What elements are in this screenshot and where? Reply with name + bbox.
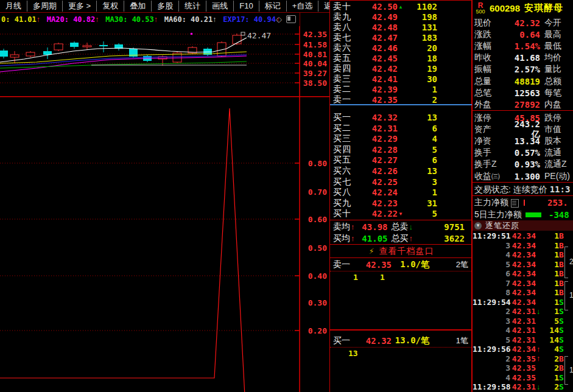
bid-label: 买五 xyxy=(333,155,356,166)
sell1-row[interactable]: 卖一42.351.0/笔2笔 xyxy=(330,259,471,270)
ma-arrow-icon: ↑ xyxy=(37,15,40,24)
menu-item-标记[interactable]: 标记 xyxy=(259,1,286,11)
ask-row-卖四[interactable]: 卖四42.4219 xyxy=(330,63,471,74)
quote-row-涨幅: 涨幅1.54%最低 xyxy=(473,40,573,52)
quote-right-label: 内盘 xyxy=(544,99,561,110)
bid-row-买五[interactable]: 买五42.276 xyxy=(330,155,471,166)
bid-volume: 1 xyxy=(404,187,437,197)
chart-header-icons: ◇ xyxy=(276,15,296,24)
bid-row-买四[interactable]: 买四42.285 xyxy=(330,144,471,155)
bid-row-买六[interactable]: 买六42.2613 xyxy=(330,166,471,177)
ask-row-卖三[interactable]: 卖三42.4130 xyxy=(330,74,471,85)
stock-name: 安琪酵母 xyxy=(524,2,563,14)
header-axis-line xyxy=(300,12,300,26)
tick-row: 342.315S xyxy=(473,317,573,326)
tick-arrow-icon: ↓ xyxy=(536,307,543,316)
ask-label: 卖九 xyxy=(333,12,356,23)
menu-item-1[interactable]: 月线 xyxy=(0,1,27,11)
quote-value: 0.93% xyxy=(508,159,540,169)
tick-time: 11:29:56 xyxy=(473,345,510,354)
five-day-flow-label: 5日主力净额 xyxy=(474,209,522,220)
diamond-icon[interactable]: ◇ xyxy=(276,15,282,24)
tick-price: 42.34 xyxy=(510,260,536,269)
trading-status-label: 交易状态: xyxy=(474,184,511,194)
ma-label-2: MA20: 40.82↑ xyxy=(47,15,99,24)
menu-item-统计[interactable]: 统计 xyxy=(179,1,206,11)
five-day-flow-value: -348 xyxy=(549,210,569,220)
view-thousand-level-link[interactable]: ⚡ 查看千档盘口 xyxy=(330,245,473,257)
sell1-dotted-divider xyxy=(330,271,473,271)
main-net-flow-row: 主力净额 253. xyxy=(474,197,573,208)
ask-row-卖五[interactable]: 卖五42.4518 xyxy=(330,53,471,64)
tick-list[interactable]: 11:29:5142.341B342.341B442.341B542.341B6… xyxy=(473,231,573,392)
tick-volume: 14 xyxy=(543,335,559,345)
trading-status-value: 连续竞价 xyxy=(513,184,547,194)
quote-row-振幅: 振幅2.57%量比 xyxy=(473,64,573,75)
tick-side: S xyxy=(559,317,565,326)
quote-right-label: 最低 xyxy=(544,41,561,52)
ask-row-卖二[interactable]: 卖二42.391 xyxy=(330,84,471,95)
ask-label: 卖八 xyxy=(333,22,356,33)
menu-item-3[interactable]: 更多 > xyxy=(63,1,96,11)
quote-row-换手Z: 换手Z0.93%流通Z xyxy=(473,159,573,170)
buy1-row[interactable]: 买一42.3213.0/笔1笔 xyxy=(330,335,471,346)
tick-time: 11:29:58 xyxy=(473,382,510,391)
ask-label: 卖二 xyxy=(333,84,356,95)
kline-chart[interactable]: 42.3541.5840.8140.0439.2738.5042.47 xyxy=(0,26,329,96)
ask-volume: 19 xyxy=(404,64,437,74)
bid-label: 买七 xyxy=(333,177,356,187)
ask-row-卖八[interactable]: 卖八42.48131 xyxy=(330,22,471,33)
menu-item-画线[interactable]: 画线 xyxy=(206,1,233,11)
menu-item-2[interactable]: 多周期 xyxy=(27,1,62,11)
ask-volume: 18 xyxy=(404,54,437,63)
tick-arrow-icon: ↑ xyxy=(536,354,543,363)
bid-row-买一[interactable]: 买一42.3213 xyxy=(330,112,471,123)
ask-price: 42.35 xyxy=(356,95,398,105)
tick-volume: 1 xyxy=(543,288,559,297)
bid-price: 42.23 xyxy=(356,198,398,208)
tick-row: 242.31↓1S xyxy=(473,307,573,316)
bid-row-买九[interactable]: 买九42.2331 xyxy=(330,198,471,209)
ask-price: 42.48 xyxy=(356,23,398,32)
bid-row-买二[interactable]: 买二42.316 xyxy=(330,123,471,134)
menu-item-叠加[interactable]: 叠加 xyxy=(124,1,151,11)
bid-price: 42.26 xyxy=(356,166,398,176)
avg-value: 43.98 xyxy=(355,222,388,232)
bid-row-买十[interactable]: 买十42.22▼5 xyxy=(330,208,471,219)
tick-price: 42.34 xyxy=(510,345,536,354)
menu-item-+自选[interactable]: +自选 xyxy=(287,1,318,11)
split-layout-icon[interactable] xyxy=(286,15,296,23)
menu-item-多股[interactable]: 多股 xyxy=(152,1,178,11)
ask-row-卖十[interactable]: 卖十42.50▲1102 xyxy=(330,1,471,12)
margin-500-badge: R 500 xyxy=(474,2,487,15)
buy1-label: 买一 xyxy=(333,335,355,346)
quote-right-label: 最高 xyxy=(544,29,561,40)
ask-row-卖七[interactable]: 卖七42.47183 xyxy=(330,32,471,43)
ask-row-卖九[interactable]: 卖九42.49198 xyxy=(330,12,471,23)
tick-time: 2 xyxy=(473,307,510,316)
ask-price: 42.50 xyxy=(356,2,398,12)
bid-row-买八[interactable]: 买八42.241 xyxy=(330,187,471,198)
tick-replay-header[interactable]: ▾ 逐笔还原 xyxy=(473,220,573,231)
ask-price: 42.45 xyxy=(356,54,398,63)
bid-price: 42.25 xyxy=(356,177,398,187)
ask-volume: 30 xyxy=(404,74,437,84)
indicator-chart[interactable]: 0.800.700.600.500.400.300.20 xyxy=(0,96,329,392)
ask-price: 42.47 xyxy=(356,33,398,43)
tick-volume: 1 xyxy=(543,269,559,278)
quote-value: 0.57% xyxy=(508,148,540,158)
quote-row-涨跌: 涨跌0.64最高 xyxy=(473,29,573,40)
bid-row-买三[interactable]: 买三42.294 xyxy=(330,133,471,144)
document-icon[interactable] xyxy=(511,199,519,208)
menu-item-复权[interactable]: 复权 xyxy=(97,1,124,11)
bid-row-买七[interactable]: 买七42.253 xyxy=(330,177,471,187)
ask-row-卖六[interactable]: 卖六42.4620 xyxy=(330,43,471,54)
queue-bottom-divider xyxy=(330,220,473,220)
tick-volume: 1 xyxy=(543,307,559,316)
menu-item-F10[interactable]: F10 xyxy=(234,1,258,11)
svg-text:40.04: 40.04 xyxy=(303,59,327,68)
tick-row: 11:29:5642.34↑4S xyxy=(473,345,573,354)
tick-side: S xyxy=(559,326,565,335)
svg-text:41.58: 41.58 xyxy=(303,40,327,49)
sell1-orders: 11 xyxy=(330,273,471,282)
